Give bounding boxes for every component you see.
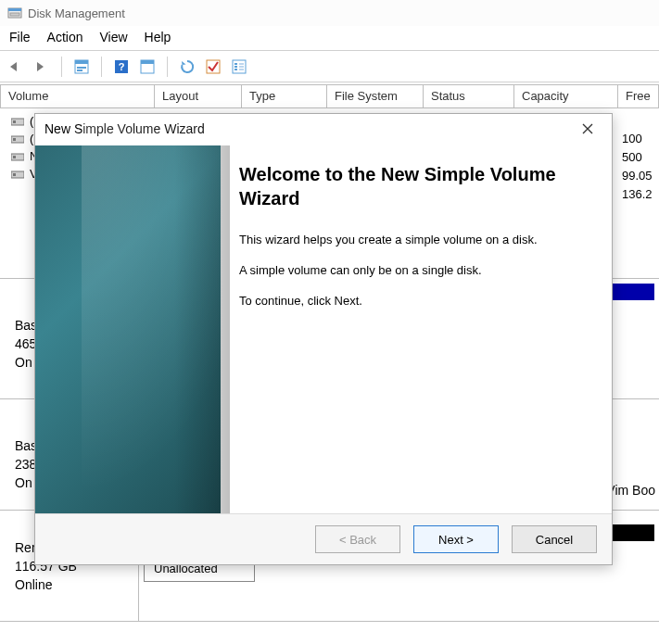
svg-rect-24 [13,156,16,158]
disk-mgmt-icon [7,6,22,20]
drive-icon [11,116,24,127]
list-icon[interactable] [229,57,249,77]
app-titlebar: Disk Management [0,0,659,26]
col-free[interactable]: Free [617,85,658,107]
drive-icon [11,169,24,180]
toolbar: ? [0,51,659,82]
volume-table-header: Volume Layout Type File System Status Ca… [0,84,659,108]
drive-icon [11,133,24,145]
col-layout[interactable]: Layout [154,85,241,107]
svg-rect-22 [13,138,16,141]
menu-bar: File Action View Help [0,26,659,51]
panel-icon[interactable] [137,57,158,77]
back-button: < Back [315,525,400,553]
svg-rect-18 [239,69,244,70]
next-button[interactable]: Next > [413,525,499,553]
checkmark-icon[interactable] [203,57,223,77]
menu-action[interactable]: Action [47,30,83,44]
new-simple-volume-wizard: New Simple Volume Wizard Welcome to the … [34,113,613,565]
free-value: 99.05 [622,167,659,185]
svg-rect-2 [10,13,19,16]
svg-rect-10 [141,60,154,64]
svg-rect-17 [239,66,244,68]
col-filesystem[interactable]: File System [326,85,423,107]
svg-rect-15 [234,69,237,70]
menu-file[interactable]: File [9,30,31,44]
free-value: 136.2 [622,185,659,204]
help-icon[interactable]: ? [111,57,132,77]
col-type[interactable]: Type [241,85,326,107]
forward-arrow-icon[interactable] [32,57,52,77]
svg-text:?: ? [119,61,125,72]
close-icon[interactable] [573,117,602,141]
svg-rect-4 [75,60,88,64]
refresh-icon[interactable] [177,57,197,77]
svg-rect-16 [239,63,244,65]
properties-icon[interactable] [71,57,92,77]
app-title: Disk Management [28,6,125,20]
wizard-sidebar-art [35,145,221,513]
svg-rect-26 [13,173,16,176]
free-value: 100 [622,130,659,148]
svg-rect-5 [77,67,86,69]
svg-rect-6 [77,69,82,71]
back-arrow-icon[interactable] [6,57,26,77]
free-space-column: 100 500 99.05 136.2 [622,130,659,204]
svg-rect-20 [13,120,16,123]
drive-icon [11,151,24,162]
menu-help[interactable]: Help [145,30,171,44]
svg-rect-14 [234,66,237,68]
svg-rect-1 [8,8,21,11]
free-value: 500 [622,148,659,167]
volume-name: ( [30,114,33,128]
svg-rect-13 [234,63,237,65]
menu-view[interactable]: View [99,30,127,44]
cancel-button[interactable]: Cancel [512,525,597,553]
volume-name: ( [30,132,33,145]
col-volume[interactable]: Volume [0,85,154,107]
col-status[interactable]: Status [423,85,513,107]
col-capacity[interactable]: Capacity [513,85,617,107]
